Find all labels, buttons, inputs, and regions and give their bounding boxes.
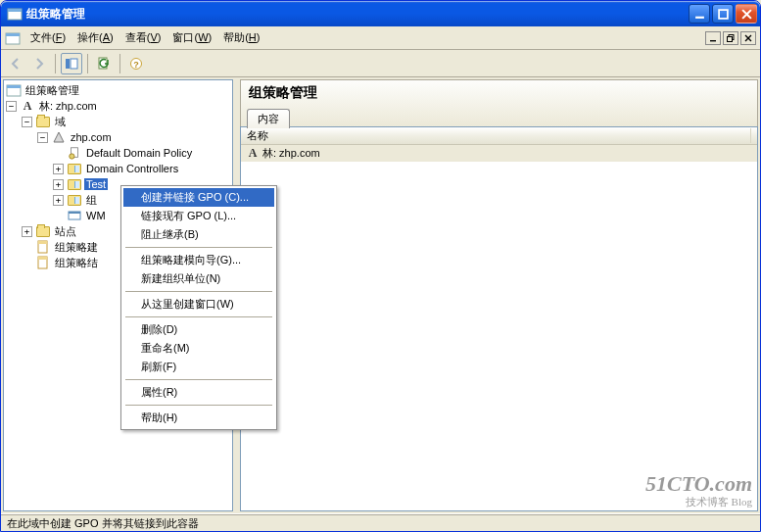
column-name[interactable]: 名称: [247, 128, 751, 143]
tab-contents[interactable]: 内容: [247, 109, 290, 128]
window-title: 组策略管理: [26, 6, 689, 23]
details-heading: 组策略管理: [241, 80, 757, 106]
list-item[interactable]: A 林: zhp.com: [241, 145, 757, 162]
tree-domains[interactable]: − 域: [6, 114, 232, 129]
show-hide-tree-button[interactable]: [61, 53, 82, 74]
ou-icon: [67, 176, 82, 192]
gpo-link-icon: [67, 145, 82, 161]
details-list[interactable]: 名称 A 林: zhp.com: [240, 126, 758, 511]
title-bar: 组策略管理: [1, 1, 760, 26]
svg-rect-3: [719, 10, 728, 19]
report-icon: [35, 239, 51, 255]
svg-text:?: ?: [133, 59, 139, 69]
svg-rect-9: [66, 59, 70, 69]
menu-bar: 文件(F) 操作(A) 查看(V) 窗口(W) 帮助(H): [1, 26, 760, 50]
menu-file[interactable]: 文件(F): [24, 28, 71, 47]
menu-separator: [125, 316, 272, 317]
mdi-restore-button[interactable]: [723, 31, 738, 45]
domain-icon: [51, 129, 67, 145]
maximize-button[interactable]: [712, 4, 734, 24]
menu-view[interactable]: 查看(V): [119, 28, 167, 47]
svg-marker-16: [54, 132, 64, 142]
nav-back-button: [5, 53, 26, 74]
svg-rect-22: [38, 241, 47, 244]
menu-action[interactable]: 操作(A): [71, 28, 119, 47]
context-menu-item[interactable]: 创建并链接 GPO (C)...: [123, 188, 274, 207]
svg-rect-2: [695, 16, 704, 18]
refresh-button[interactable]: [93, 53, 115, 74]
context-menu-item[interactable]: 重命名(M): [123, 339, 274, 358]
toggle-icon[interactable]: +: [22, 226, 32, 237]
menu-separator: [125, 379, 272, 380]
close-button[interactable]: [736, 4, 757, 24]
help-button[interactable]: ?: [125, 53, 147, 74]
svg-rect-6: [710, 40, 716, 41]
svg-point-18: [70, 154, 74, 159]
menu-separator: [125, 291, 272, 292]
toggle-icon[interactable]: +: [53, 195, 64, 206]
toggle-icon[interactable]: −: [6, 101, 17, 112]
column-header[interactable]: 名称: [241, 127, 757, 145]
svg-rect-20: [69, 212, 80, 214]
svg-rect-8: [728, 36, 733, 41]
toggle-icon[interactable]: −: [22, 117, 32, 127]
menu-separator: [125, 405, 272, 406]
tree-domain-controllers[interactable]: + Domain Controllers: [6, 161, 232, 176]
mdi-minimize-button[interactable]: [705, 31, 721, 45]
ou-icon: [67, 161, 82, 176]
status-text: 在此域中创建 GPO 并将其链接到此容器: [7, 516, 199, 531]
tree-root[interactable]: 组策略管理: [6, 82, 232, 98]
context-menu-item[interactable]: 刷新(F): [123, 358, 274, 376]
report-icon: [35, 255, 51, 270]
menu-help[interactable]: 帮助(H): [217, 28, 265, 47]
minimize-button[interactable]: [689, 4, 710, 24]
list-item-label: 林: zhp.com: [262, 146, 320, 161]
menu-window[interactable]: 窗口(W): [166, 28, 217, 47]
toggle-icon[interactable]: −: [37, 132, 48, 143]
status-bar: 在此域中创建 GPO 并将其链接到此容器: [1, 513, 760, 532]
menu-separator: [125, 247, 272, 248]
context-menu-item[interactable]: 属性(R): [123, 383, 274, 402]
forest-icon: A: [20, 98, 35, 114]
context-menu: 创建并链接 GPO (C)...链接现有 GPO (L)...阻止继承(B)组策…: [120, 185, 277, 430]
mdi-doc-icon: [5, 30, 21, 46]
nav-forward-button: [28, 53, 50, 74]
svg-rect-15: [7, 85, 21, 88]
context-menu-item[interactable]: 帮助(H): [123, 409, 274, 427]
mmc-root-icon: [6, 82, 22, 98]
svg-rect-1: [8, 9, 22, 12]
tree-selected-label: Test: [84, 178, 108, 190]
context-menu-item[interactable]: 新建组织单位(N): [123, 269, 274, 288]
toolbar: ?: [1, 50, 760, 77]
svg-rect-10: [71, 59, 77, 69]
app-icon: [7, 6, 23, 22]
context-menu-item[interactable]: 阻止继承(B): [123, 225, 274, 244]
context-menu-item[interactable]: 链接现有 GPO (L)...: [123, 207, 274, 225]
context-menu-item[interactable]: 删除(D): [123, 320, 274, 339]
toggle-icon[interactable]: +: [53, 164, 64, 174]
context-menu-item[interactable]: 组策略建模向导(G)...: [123, 251, 274, 269]
tree-domain-zhp[interactable]: − zhp.com: [6, 129, 232, 145]
svg-rect-24: [38, 257, 47, 260]
tree-default-domain-policy[interactable]: Default Domain Policy: [6, 145, 232, 161]
context-menu-item[interactable]: 从这里创建窗口(W): [123, 295, 274, 314]
folder-icon: [35, 114, 51, 129]
folder-icon: [35, 223, 51, 239]
svg-rect-5: [6, 33, 20, 36]
wmi-filter-icon: [67, 208, 82, 223]
ou-icon: [67, 192, 82, 208]
tree-forest[interactable]: − A 林: zhp.com: [6, 98, 232, 114]
mdi-close-button[interactable]: [740, 31, 756, 45]
toggle-icon[interactable]: +: [53, 179, 64, 190]
forest-icon: A: [245, 146, 261, 162]
